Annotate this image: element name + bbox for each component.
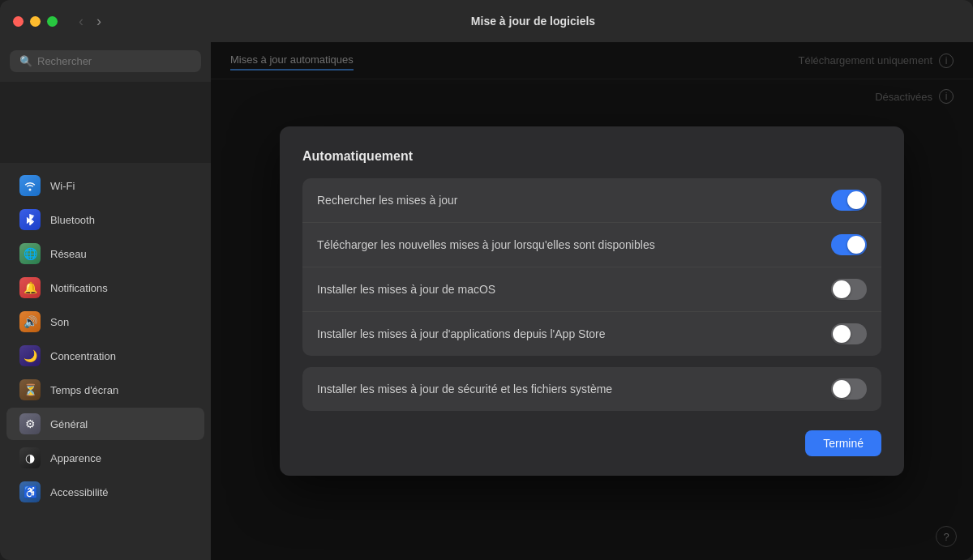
sidebar-item-general[interactable]: ⚙ Général bbox=[6, 408, 204, 440]
sidebar-label-wifi: Wi-Fi bbox=[50, 180, 75, 192]
son-icon: 🔊 bbox=[19, 311, 41, 332]
sidebar-item-wifi[interactable]: Wi-Fi bbox=[6, 169, 204, 202]
sidebar-label-concentration: Concentration bbox=[50, 350, 116, 362]
close-button[interactable] bbox=[13, 16, 24, 27]
nav-arrows: ‹ › bbox=[74, 11, 106, 32]
bluetooth-icon bbox=[19, 209, 41, 230]
toggle-installer-securite[interactable] bbox=[831, 378, 867, 400]
concentration-icon: 🌙 bbox=[19, 345, 41, 366]
sidebar-label-general: Général bbox=[50, 418, 88, 430]
back-button[interactable]: ‹ bbox=[74, 11, 88, 32]
wifi-icon bbox=[19, 175, 41, 196]
toggle-label-installer-macos: Installer les mises à jour de macOS bbox=[317, 283, 495, 296]
sidebar-label-temps: Temps d'écran bbox=[50, 384, 118, 396]
toggle-label-installer-apps: Installer les mises à jour d'application… bbox=[317, 327, 606, 340]
toggle-row-telecharger: Télécharger les nouvelles mises à jour l… bbox=[302, 223, 881, 267]
search-icon: 🔍 bbox=[19, 55, 32, 67]
sidebar-item-apparence[interactable]: ◑ Apparence bbox=[6, 442, 204, 474]
sidebar-item-concentration[interactable]: 🌙 Concentration bbox=[6, 340, 204, 372]
toggle-track-installer-apps bbox=[831, 323, 867, 344]
modal-title: Automatiquement bbox=[302, 149, 881, 164]
sidebar-label-notifications: Notifications bbox=[50, 282, 108, 294]
sidebar-item-accessibilite[interactable]: ♿ Accessibilité bbox=[6, 476, 204, 508]
minimize-button[interactable] bbox=[30, 16, 41, 27]
search-input[interactable] bbox=[37, 55, 191, 67]
traffic-lights bbox=[13, 16, 58, 27]
modal-dialog: Automatiquement Rechercher les mises à j… bbox=[280, 126, 904, 476]
profile-area bbox=[0, 82, 211, 163]
window-title: Mise à jour de logiciels bbox=[106, 15, 960, 28]
toggle-row-installer-securite: Installer les mises à jour de sécurité e… bbox=[302, 367, 881, 411]
app-window: ‹ › Mise à jour de logiciels 🔍 Wi-F bbox=[0, 0, 973, 560]
toggle-track-installer-securite bbox=[831, 378, 867, 400]
main-panel: Mises à jour automatiques Téléchargement… bbox=[211, 42, 973, 560]
sidebar-item-son[interactable]: 🔊 Son bbox=[6, 306, 204, 338]
toggle-thumb-telecharger bbox=[847, 236, 865, 254]
toggle-installer-apps[interactable] bbox=[831, 323, 867, 344]
content-area: 🔍 Wi-Fi bbox=[0, 42, 973, 560]
toggle-thumb-installer-apps bbox=[833, 325, 851, 343]
sidebar: 🔍 Wi-Fi bbox=[0, 42, 211, 560]
toggle-rechercher[interactable] bbox=[831, 190, 867, 211]
modal-footer: Terminé bbox=[302, 430, 881, 456]
general-icon: ⚙ bbox=[19, 413, 41, 434]
reseau-icon: 🌐 bbox=[19, 243, 41, 264]
toggle-group-1: Rechercher les mises à jour Télécharger … bbox=[302, 178, 881, 356]
apparence-icon: ◑ bbox=[19, 447, 41, 468]
toggle-track-installer-macos bbox=[831, 279, 867, 300]
toggle-label-rechercher: Rechercher les mises à jour bbox=[317, 194, 458, 207]
search-bar[interactable]: 🔍 bbox=[10, 50, 201, 72]
sidebar-item-temps[interactable]: ⏳ Temps d'écran bbox=[6, 374, 204, 406]
toggle-track-telecharger bbox=[831, 234, 867, 255]
sidebar-label-apparence: Apparence bbox=[50, 452, 101, 464]
temps-icon: ⏳ bbox=[19, 379, 41, 400]
sidebar-label-bluetooth: Bluetooth bbox=[50, 214, 95, 226]
sidebar-label-son: Son bbox=[50, 316, 69, 328]
notifications-icon: 🔔 bbox=[19, 277, 41, 298]
forward-button[interactable]: › bbox=[92, 11, 106, 32]
toggle-group-2: Installer les mises à jour de sécurité e… bbox=[302, 367, 881, 411]
toggle-row-rechercher: Rechercher les mises à jour bbox=[302, 178, 881, 223]
toggle-thumb-rechercher bbox=[847, 191, 865, 209]
accessibilite-icon: ♿ bbox=[19, 481, 41, 502]
toggle-telecharger[interactable] bbox=[831, 234, 867, 255]
toggle-row-installer-macos: Installer les mises à jour de macOS bbox=[302, 267, 881, 312]
sidebar-label-accessibilite: Accessibilité bbox=[50, 486, 109, 498]
modal-overlay: Automatiquement Rechercher les mises à j… bbox=[211, 42, 973, 560]
sidebar-label-reseau: Réseau bbox=[50, 248, 87, 260]
sidebar-item-bluetooth[interactable]: Bluetooth bbox=[6, 203, 204, 236]
done-button[interactable]: Terminé bbox=[805, 430, 881, 456]
maximize-button[interactable] bbox=[47, 16, 58, 27]
toggle-label-installer-securite: Installer les mises à jour de sécurité e… bbox=[317, 383, 612, 395]
toggle-installer-macos[interactable] bbox=[831, 279, 867, 300]
toggle-thumb-installer-macos bbox=[833, 280, 851, 298]
toggle-row-installer-apps: Installer les mises à jour d'application… bbox=[302, 312, 881, 356]
toggle-label-telecharger: Télécharger les nouvelles mises à jour l… bbox=[317, 238, 655, 251]
toggle-track-rechercher bbox=[831, 190, 867, 211]
sidebar-item-reseau[interactable]: 🌐 Réseau bbox=[6, 237, 204, 270]
toggle-thumb-installer-securite bbox=[833, 380, 851, 398]
titlebar: ‹ › Mise à jour de logiciels bbox=[0, 0, 973, 42]
sidebar-item-notifications[interactable]: 🔔 Notifications bbox=[6, 271, 204, 304]
